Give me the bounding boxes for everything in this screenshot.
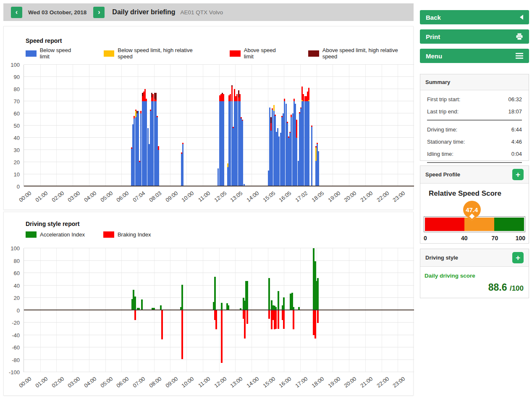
printer-icon bbox=[516, 33, 523, 40]
acceleration-bar bbox=[283, 297, 285, 310]
previous-day-button[interactable]: ‹ bbox=[11, 7, 22, 18]
expand-driving-style-button[interactable]: + bbox=[512, 252, 524, 263]
summary-row-value: 06:32 bbox=[508, 96, 522, 102]
speed-bar-segment bbox=[182, 143, 183, 144]
vertical-gridline bbox=[252, 248, 252, 372]
gridline bbox=[24, 260, 414, 261]
legend-item: Above speed limit bbox=[230, 47, 286, 60]
y-axis-tick-label: 20 bbox=[14, 295, 20, 301]
vertical-gridline bbox=[105, 65, 106, 186]
braking-bar bbox=[134, 310, 136, 320]
vertical-gridline bbox=[56, 65, 57, 186]
speed-bar-segment bbox=[317, 143, 318, 144]
score-number: 88.6 bbox=[488, 282, 507, 293]
summary-row: Last trip end: 18:07 bbox=[420, 108, 529, 115]
x-axis-tick-label: 16:05 bbox=[278, 190, 293, 203]
acceleration-bar bbox=[134, 297, 136, 310]
x-axis-tick-label: 23:00 bbox=[392, 375, 406, 389]
speed-bar-segment bbox=[284, 99, 285, 101]
gridline bbox=[24, 89, 414, 89]
x-axis-tick-label: 03:00 bbox=[67, 190, 81, 203]
vertical-gridline bbox=[89, 65, 89, 186]
vertical-gridline bbox=[349, 65, 349, 186]
legend-item: Braking Index bbox=[103, 231, 151, 238]
gauge-marker: 47.4 bbox=[463, 201, 481, 220]
chevron-right-icon: › bbox=[98, 8, 100, 16]
speed-bar-segment bbox=[311, 126, 312, 127]
legend-swatch-acceleration bbox=[26, 231, 37, 238]
x-axis-tick-label: 11:00 bbox=[197, 375, 211, 388]
summary-row: Stationary time: 4:46 bbox=[420, 139, 529, 145]
vertical-gridline bbox=[349, 248, 349, 372]
summary-row-label: Driving time: bbox=[427, 126, 457, 133]
report-date: Wed 03 October, 2018 bbox=[28, 9, 86, 16]
speed-profile-panel: Speed Profile + Relative Speed Score 47.… bbox=[420, 165, 529, 244]
speed-bar-segment bbox=[242, 120, 243, 121]
vertical-gridline bbox=[186, 65, 187, 186]
vertical-gridline bbox=[398, 248, 398, 372]
speed-bar-segment bbox=[239, 94, 241, 101]
back-arrow-icon bbox=[520, 15, 523, 20]
gridline bbox=[24, 360, 414, 360]
braking-bar bbox=[246, 310, 248, 324]
x-axis-tick-label: 08:03 bbox=[148, 190, 162, 203]
legend-label: Acceleration Index bbox=[40, 231, 85, 238]
summary-row: Idling time: 0:04 bbox=[420, 151, 529, 157]
vertical-gridline bbox=[203, 65, 203, 186]
summary-row-label: Last trip end: bbox=[427, 108, 459, 115]
print-button[interactable]: Print bbox=[420, 29, 529, 44]
legend-swatch-below-limit-high-rel bbox=[104, 50, 115, 57]
back-button[interactable]: Back bbox=[420, 10, 529, 24]
expand-speed-profile-button[interactable]: + bbox=[512, 169, 524, 180]
braking-bar bbox=[314, 310, 316, 339]
acceleration-bar bbox=[214, 277, 216, 310]
y-axis-tick-label: 40 bbox=[14, 282, 20, 289]
speed-bar-segment bbox=[231, 87, 233, 101]
speed-bar-segment bbox=[308, 101, 309, 186]
gauge-scale-label: 70 bbox=[492, 235, 498, 242]
next-day-button[interactable]: › bbox=[93, 7, 105, 18]
speed-report-plot: 010203040506070809010000:0001:0002:0003:… bbox=[24, 65, 414, 186]
speed-bar-segment bbox=[311, 127, 312, 186]
legend-swatch-above-limit bbox=[230, 50, 241, 57]
x-axis-tick-label: 21:00 bbox=[359, 190, 374, 203]
driving-style-panel: Driving style + Daily driving score 88.6… bbox=[420, 249, 529, 298]
braking-bar bbox=[317, 310, 319, 323]
summary-row-label: Idling time: bbox=[427, 151, 453, 157]
y-axis-tick-label: -100 bbox=[9, 369, 20, 375]
x-axis-tick-label: 10:00 bbox=[181, 190, 195, 203]
x-axis-tick-label: 16:00 bbox=[278, 375, 293, 389]
speed-bar-segment bbox=[275, 115, 276, 116]
y-axis-tick-label: 90 bbox=[14, 74, 20, 80]
driving-style-panel-header: Driving style + bbox=[420, 249, 529, 267]
legend-label: Above speed limit bbox=[244, 47, 286, 60]
speed-bar-segment bbox=[146, 99, 147, 101]
summary-divider bbox=[427, 162, 522, 163]
braking-bar bbox=[161, 310, 163, 339]
speed-bar-segment bbox=[223, 101, 224, 186]
driving-style-title: Driving style bbox=[425, 255, 458, 261]
x-axis-tick-label: 20:00 bbox=[343, 375, 358, 389]
vehicle-label: AE01 QTX Volvo bbox=[181, 9, 223, 16]
x-axis-tick-label: 11:00 bbox=[197, 190, 211, 203]
y-axis-tick-label: 100 bbox=[10, 245, 20, 252]
summary-panel: Summary First trip start: 06:32 Last tri… bbox=[420, 74, 529, 161]
x-axis-tick-label: 19:00 bbox=[327, 190, 341, 203]
x-axis-tick-label: 09:00 bbox=[164, 375, 179, 389]
x-axis-tick-label: 00:00 bbox=[18, 375, 32, 389]
x-axis-tick-label: 15:00 bbox=[262, 375, 276, 389]
menu-button[interactable]: Menu bbox=[420, 49, 529, 63]
speed-report-title: Speed report bbox=[26, 37, 62, 44]
gauge-segment-red bbox=[425, 218, 464, 231]
x-axis-tick-label: 05:00 bbox=[99, 190, 114, 203]
back-button-label: Back bbox=[426, 14, 441, 21]
vertical-gridline bbox=[105, 248, 106, 372]
x-axis-tick-label: 02:00 bbox=[50, 375, 65, 389]
vertical-gridline bbox=[219, 248, 220, 372]
legend-swatch-braking bbox=[103, 231, 114, 238]
braking-bar bbox=[275, 310, 277, 329]
top-header: ‹ Wed 03 October, 2018 › Daily driver br… bbox=[3, 3, 414, 21]
speed-bar-segment bbox=[241, 117, 242, 118]
legend-item: Below speed limit bbox=[26, 47, 82, 60]
summary-row-value: 18:07 bbox=[508, 108, 522, 115]
